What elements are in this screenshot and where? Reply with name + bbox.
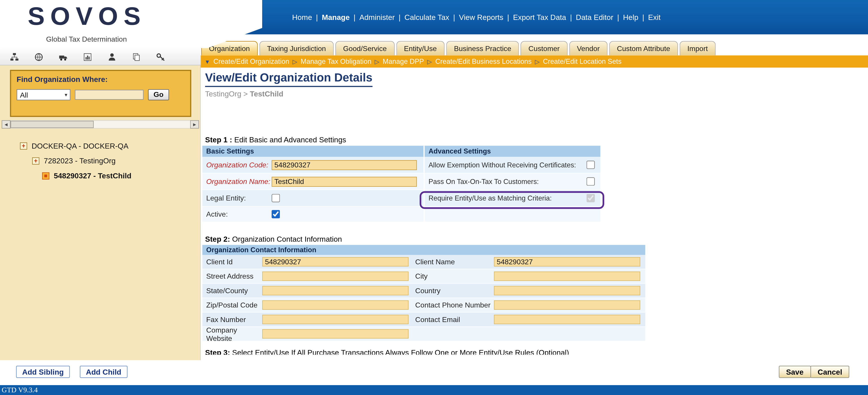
page-title: View/Edit Organization Details [205, 71, 372, 87]
fax-number-input[interactable] [262, 315, 409, 324]
tree-horizontal-scrollbar[interactable]: ◀ ▶ [2, 120, 199, 128]
nav-calculate-tax[interactable]: Calculate Tax [405, 13, 450, 21]
street-address-input[interactable] [262, 271, 409, 281]
company-website-input[interactable] [262, 329, 409, 339]
action-manage-dpp[interactable]: Manage DPP [383, 58, 424, 66]
client-name-input[interactable] [494, 257, 640, 267]
pass-on-tax-checkbox[interactable] [587, 177, 595, 186]
table-row: Street Address City [203, 269, 645, 284]
org-chart-icon[interactable] [9, 52, 20, 62]
table-row: Client Id Client Name [203, 255, 645, 269]
nav-export-tax-data[interactable]: Export Tax Data [513, 13, 566, 21]
legal-entity-checkbox[interactable] [272, 194, 280, 202]
path-separator: > [243, 90, 248, 98]
organization-name-label: Organization Name: [206, 177, 272, 186]
tree-item-testingorg[interactable]: + 7282023 - TestingOrg [32, 157, 200, 165]
tab-import[interactable]: Import [680, 41, 716, 55]
key-icon[interactable] [155, 52, 166, 62]
tab-good-service[interactable]: Good/Service [335, 41, 395, 55]
find-organization-title: Find Organization Where: [17, 75, 184, 84]
action-create-edit-business-locations[interactable]: Create/Edit Business Locations [435, 58, 531, 66]
module-tab-bar: Organization Taxing Jurisdiction Good/Se… [201, 41, 717, 55]
chevron-down-icon: ▼ [64, 92, 68, 97]
find-search-input[interactable] [75, 90, 144, 100]
scroll-right-arrow-icon[interactable]: ▶ [190, 120, 199, 128]
organization-name-input[interactable] [272, 176, 417, 187]
action-manage-tax-obligation[interactable]: Manage Tax Obligation [301, 58, 371, 66]
selected-node-icon[interactable] [42, 172, 49, 179]
contact-phone-number-input[interactable] [494, 300, 640, 310]
breadcrumb-arrow-icon: ▷ [427, 58, 432, 65]
nav-manage[interactable]: Manage [322, 13, 349, 21]
fax-number-label: Fax Number [203, 315, 262, 324]
tab-entity-use[interactable]: Entity/Use [396, 41, 445, 55]
nav-administer[interactable]: Administer [359, 13, 395, 21]
nav-help[interactable]: Help [623, 13, 639, 21]
organization-code-input[interactable] [272, 160, 417, 170]
find-organization-panel: Find Organization Where: All ▼ Go [10, 70, 191, 117]
nav-data-editor[interactable]: Data Editor [576, 13, 613, 21]
contact-email-label: Contact Email [415, 315, 494, 324]
user-icon[interactable] [106, 52, 117, 62]
breadcrumb-arrow-icon: ▷ [292, 58, 297, 65]
step1-heading: Step 1 : Edit Basic and Advanced Setting… [205, 136, 346, 144]
allow-exemption-checkbox[interactable] [587, 161, 595, 169]
organization-code-label: Organization Code: [206, 161, 272, 169]
step2-heading: Step 2: Organization Contact Information [205, 235, 342, 243]
table-row: Organization Name: Pass On Tax-On-Tax To… [203, 173, 600, 190]
tab-business-practice[interactable]: Business Practice [446, 41, 519, 55]
tree-item-label: 548290327 - TestChild [54, 172, 131, 180]
nav-separator: | [507, 13, 509, 21]
tab-customer[interactable]: Customer [521, 41, 567, 55]
client-id-input[interactable] [262, 257, 409, 267]
tree-item-docker-qa[interactable]: + DOCKER-QA - DOCKER-QA [20, 142, 199, 150]
add-child-button[interactable]: Add Child [80, 366, 127, 378]
find-filter-select[interactable]: All ▼ [17, 89, 70, 100]
report-chart-icon[interactable] [82, 52, 92, 62]
contact-phone-number-label: Contact Phone Number [415, 301, 494, 309]
tree-item-testchild[interactable]: 548290327 - TestChild [42, 172, 199, 180]
scrollbar-track[interactable] [10, 120, 190, 128]
step2-label: Step 2: [205, 235, 230, 243]
copy-icon[interactable] [131, 52, 141, 62]
tab-custom-attribute[interactable]: Custom Attribute [609, 41, 678, 55]
step3-text: Select Entity/Use If All Purchase Transa… [230, 349, 569, 355]
nav-exit[interactable]: Exit [648, 13, 661, 21]
zip-postal-code-input[interactable] [262, 300, 409, 310]
nav-separator: | [353, 13, 355, 21]
table-row: Fax Number Contact Email [203, 312, 645, 327]
active-checkbox[interactable] [272, 210, 280, 218]
version-label: GTD V9.3.4 [2, 386, 38, 394]
step3-label: Step 3: [205, 349, 230, 355]
app-window: Home | Manage | Administer | Calculate T… [0, 0, 868, 395]
globe-icon[interactable] [33, 52, 44, 62]
table-row: Active: [203, 207, 600, 222]
nav-home[interactable]: Home [292, 13, 312, 21]
tree-item-label: DOCKER-QA - DOCKER-QA [32, 142, 128, 150]
nav-view-reports[interactable]: View Reports [459, 13, 503, 21]
action-create-edit-organization[interactable]: Create/Edit Organization [213, 58, 289, 66]
table-row: Organization Code: Allow Exemption Witho… [203, 157, 600, 173]
contact-information-header: Organization Contact Information [203, 245, 645, 255]
add-sibling-button[interactable]: Add Sibling [16, 366, 70, 378]
expand-plus-icon[interactable]: + [20, 142, 27, 150]
contact-information-table: Organization Contact Information Client … [203, 245, 645, 341]
cancel-button[interactable]: Cancel [810, 366, 849, 378]
vehicle-icon[interactable] [58, 52, 68, 62]
screenshot-viewport: Home | Manage | Administer | Calculate T… [0, 0, 868, 395]
tab-vendor[interactable]: Vendor [569, 41, 608, 55]
tab-taxing-jurisdiction[interactable]: Taxing Jurisdiction [259, 41, 334, 55]
expand-plus-icon[interactable]: + [32, 157, 39, 164]
contact-email-input[interactable] [494, 315, 640, 324]
city-input[interactable] [494, 271, 640, 281]
save-button[interactable]: Save [779, 366, 811, 378]
state-county-input[interactable] [262, 286, 409, 295]
action-create-edit-location-sets[interactable]: Create/Edit Location Sets [543, 58, 621, 66]
scroll-left-arrow-icon[interactable]: ◀ [2, 120, 10, 128]
country-input[interactable] [494, 286, 640, 295]
client-name-label: Client Name [415, 258, 494, 266]
scrollbar-thumb[interactable] [10, 121, 94, 128]
table-row: Company Website [203, 327, 645, 341]
basic-advanced-settings-table: Basic Settings Advanced Settings Organiz… [203, 146, 600, 222]
go-button[interactable]: Go [148, 89, 169, 100]
